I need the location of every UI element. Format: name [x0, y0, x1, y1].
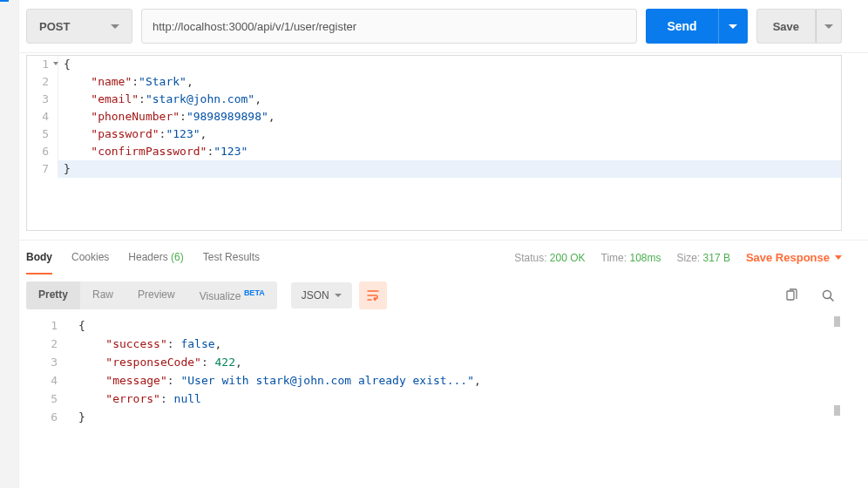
response-header: Body Cookies Headers (6) Test Results St… — [0, 240, 868, 274]
copy-icon — [784, 288, 798, 302]
tab-body[interactable]: Body — [26, 241, 52, 274]
view-raw[interactable]: Raw — [80, 281, 125, 309]
http-method-select[interactable]: POST — [26, 9, 132, 44]
view-preview[interactable]: Preview — [125, 281, 187, 309]
view-visualize[interactable]: Visualize BETA — [187, 281, 277, 309]
chevron-down-icon — [111, 24, 119, 29]
search-button[interactable] — [814, 281, 842, 309]
scrollbar-thumb[interactable] — [834, 316, 840, 327]
request-body-editor[interactable]: 1{2 "name":"Stark",3 "email":"stark@john… — [26, 55, 842, 231]
tab-test-results[interactable]: Test Results — [203, 241, 260, 274]
wrap-lines-button[interactable] — [359, 281, 387, 309]
svg-rect-0 — [787, 291, 794, 300]
save-dropdown-button[interactable] — [816, 9, 842, 44]
status: Status: 200 OK — [514, 252, 585, 264]
left-rail — [0, 0, 19, 488]
size: Size: 317 B — [677, 252, 730, 264]
time: Time: 108ms — [601, 252, 661, 264]
request-bar: POST Send Save — [0, 0, 868, 53]
scrollbar-thumb[interactable] — [834, 405, 840, 416]
copy-button[interactable] — [777, 281, 805, 309]
response-toolbar: Pretty Raw Preview Visualize BETA JSON — [0, 274, 868, 316]
tab-headers[interactable]: Headers (6) — [128, 241, 183, 274]
format-select[interactable]: JSON — [291, 282, 352, 308]
tab-indicator — [0, 0, 9, 2]
response-body-viewer[interactable]: 1{2 "success": false,3 "responseCode": 4… — [26, 316, 842, 426]
view-pretty[interactable]: Pretty — [26, 281, 80, 309]
save-response-button[interactable]: Save Response — [746, 251, 842, 264]
tab-cookies[interactable]: Cookies — [71, 241, 109, 274]
save-button[interactable]: Save — [756, 9, 816, 44]
wrap-icon — [366, 288, 380, 302]
url-input[interactable] — [141, 9, 637, 44]
http-method-value: POST — [39, 20, 70, 33]
send-dropdown-button[interactable] — [718, 9, 748, 44]
search-icon — [821, 288, 835, 302]
send-button[interactable]: Send — [646, 9, 717, 44]
